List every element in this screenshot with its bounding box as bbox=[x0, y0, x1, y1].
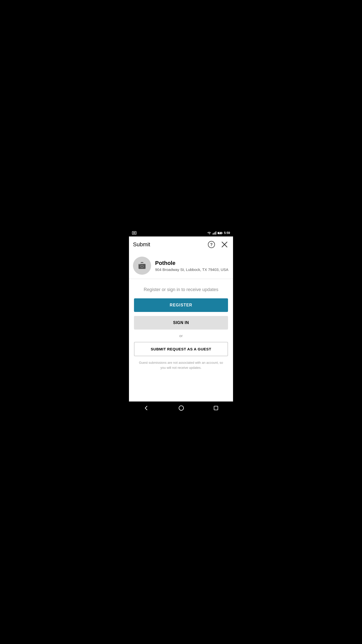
recents-icon bbox=[213, 406, 218, 411]
sim-icon bbox=[132, 231, 137, 235]
svg-rect-1 bbox=[133, 232, 135, 234]
issue-info: + Pothole 904 Broadway St, Lubbock, TX 7… bbox=[129, 253, 233, 279]
close-button[interactable] bbox=[220, 240, 229, 249]
status-bar: 5:59 bbox=[129, 229, 233, 236]
help-icon: ? bbox=[208, 241, 215, 248]
svg-rect-5 bbox=[216, 231, 216, 235]
wifi-icon bbox=[207, 231, 211, 235]
prompt-text: Register or sign in to receive updates bbox=[144, 287, 218, 292]
svg-rect-4 bbox=[215, 232, 215, 235]
back-button[interactable] bbox=[138, 403, 155, 413]
back-icon bbox=[144, 405, 149, 411]
svg-rect-2 bbox=[213, 233, 213, 235]
issue-details: Pothole 904 Broadway St, Lubbock, TX 794… bbox=[155, 260, 229, 272]
issue-address: 904 Broadway St, Lubbock, TX 79403, USA bbox=[155, 267, 229, 272]
svg-rect-3 bbox=[214, 233, 214, 234]
issue-title: Pothole bbox=[155, 260, 229, 266]
app-header: Submit ? bbox=[129, 236, 233, 253]
page-title: Submit bbox=[133, 241, 150, 248]
close-icon bbox=[221, 241, 228, 248]
signal-icon bbox=[212, 231, 216, 235]
or-divider: or bbox=[179, 334, 183, 338]
guest-note: Guest submissions are not associated wit… bbox=[134, 360, 228, 370]
home-icon bbox=[178, 405, 184, 411]
svg-text:+: + bbox=[139, 263, 141, 265]
home-button[interactable] bbox=[172, 403, 190, 413]
status-right: 5:59 bbox=[207, 231, 230, 235]
svg-rect-18 bbox=[214, 406, 218, 410]
signin-button[interactable]: SIGN IN bbox=[134, 316, 228, 330]
svg-point-17 bbox=[179, 406, 184, 410]
register-button[interactable]: REGISTER bbox=[134, 298, 228, 312]
svg-rect-7 bbox=[222, 232, 222, 233]
status-left bbox=[132, 231, 137, 235]
battery-icon bbox=[217, 231, 223, 235]
recents-button[interactable] bbox=[207, 404, 224, 413]
svg-text:?: ? bbox=[210, 243, 213, 247]
svg-point-15 bbox=[141, 265, 143, 267]
main-content: Register or sign in to receive updates R… bbox=[129, 279, 233, 401]
header-actions: ? bbox=[207, 240, 229, 249]
camera-icon: + bbox=[138, 262, 147, 269]
time-display: 5:59 bbox=[224, 231, 230, 235]
help-button[interactable]: ? bbox=[207, 240, 216, 249]
guest-submit-button[interactable]: SUBMIT REQUEST AS A GUEST bbox=[134, 342, 228, 356]
add-photo-button[interactable]: + bbox=[133, 257, 151, 275]
nav-bar bbox=[129, 401, 233, 415]
